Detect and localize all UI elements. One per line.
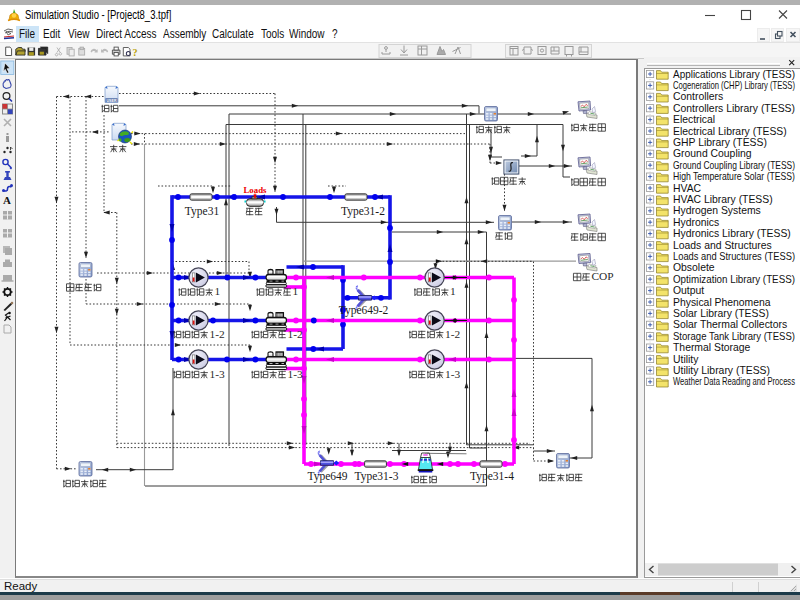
- svg-text:Hydronics: Hydronics: [673, 217, 719, 228]
- svg-text:Weather Data Reading and Proce: Weather Data Reading and Process: [673, 376, 795, 387]
- svg-text:Controllers: Controllers: [673, 91, 723, 102]
- svg-text:Output: Output: [673, 285, 704, 296]
- svg-text:Hydrogen Systems: Hydrogen Systems: [673, 205, 761, 216]
- svg-text:Electrical: Electrical: [673, 114, 715, 125]
- svg-text:HVAC Library (TESS): HVAC Library (TESS): [673, 194, 773, 205]
- svg-text:High Temperature Solar (TESS): High Temperature Solar (TESS): [673, 171, 795, 182]
- svg-text:Applications Library (TESS): Applications Library (TESS): [673, 69, 795, 80]
- svg-text:Loads and Structures: Loads and Structures: [673, 240, 772, 251]
- svg-text:Loads and Structures (TESS): Loads and Structures (TESS): [673, 251, 795, 262]
- svg-text:Hydronics Library (TESS): Hydronics Library (TESS): [673, 228, 791, 239]
- svg-text:Electrical Library (TESS): Electrical Library (TESS): [673, 126, 787, 137]
- svg-text:Utility: Utility: [673, 354, 699, 365]
- svg-text:Optimization Library (TESS): Optimization Library (TESS): [673, 274, 795, 285]
- svg-text:Ground Coupling Library (TESS): Ground Coupling Library (TESS): [673, 160, 795, 171]
- svg-text:Obsolete: Obsolete: [673, 262, 715, 273]
- svg-text:Physical Phenomena: Physical Phenomena: [673, 297, 771, 308]
- svg-text:Controllers Library (TESS): Controllers Library (TESS): [673, 103, 795, 114]
- svg-text:Solar Thermal Collectors: Solar Thermal Collectors: [673, 319, 787, 330]
- svg-text:Thermal Storage: Thermal Storage: [673, 342, 751, 353]
- svg-text:HVAC: HVAC: [673, 183, 702, 194]
- svg-text:GHP Library (TESS): GHP Library (TESS): [673, 137, 767, 148]
- svg-text:Ground Coupling: Ground Coupling: [673, 148, 752, 159]
- svg-text:Cogeneration (CHP) Library (TE: Cogeneration (CHP) Library (TESS): [673, 80, 795, 91]
- svg-text:Storage Tank Library (TESS): Storage Tank Library (TESS): [673, 331, 795, 342]
- svg-text:Solar Library (TESS): Solar Library (TESS): [673, 308, 769, 319]
- svg-text:Utility Library (TESS): Utility Library (TESS): [673, 365, 770, 376]
